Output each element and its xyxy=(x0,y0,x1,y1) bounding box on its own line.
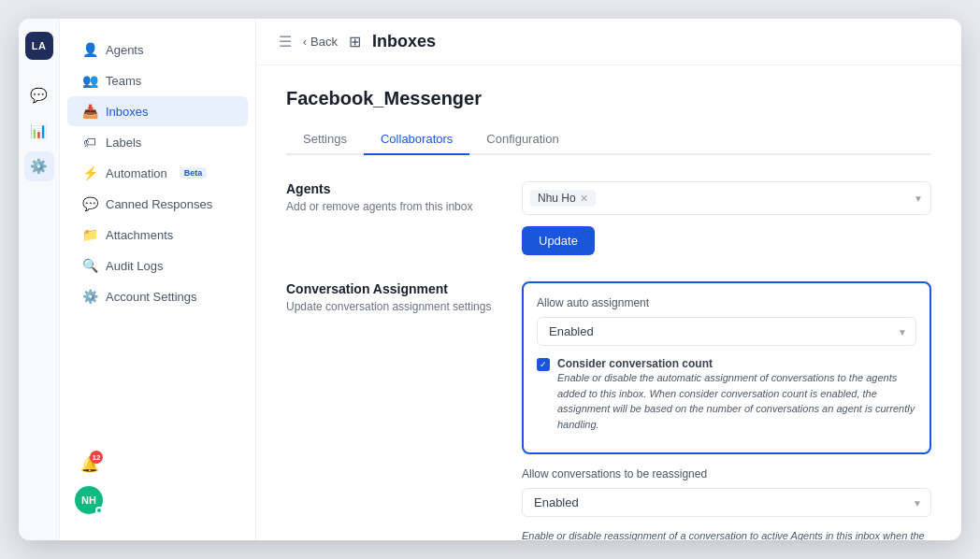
sidebar-item-attachments[interactable]: 📁 Attachments xyxy=(67,220,248,250)
avatar-initials: NH xyxy=(81,494,96,506)
agent-tag-name: Nhu Ho xyxy=(538,192,576,205)
sidebar-label-audit-logs: Audit Logs xyxy=(106,259,163,273)
beta-badge: Beta xyxy=(180,167,208,179)
notification-button[interactable]: 🔔 12 xyxy=(75,449,105,479)
tab-settings[interactable]: Settings xyxy=(286,124,364,155)
teams-icon: 👥 xyxy=(82,73,97,88)
sidebar-label-attachments: Attachments xyxy=(106,228,173,242)
agents-icon: 👤 xyxy=(82,42,97,57)
topbar-title: Inboxes xyxy=(372,32,436,51)
sidebar-label-automation: Automation xyxy=(106,166,167,180)
agent-search-input[interactable] xyxy=(601,192,908,206)
logo: LA xyxy=(25,32,53,60)
inboxes-icon: 📥 xyxy=(82,104,97,119)
reassign-value: Enabled xyxy=(534,495,579,509)
sidebar-item-inboxes[interactable]: 📥 Inboxes xyxy=(67,96,248,126)
sidebar-item-canned-responses[interactable]: 💬 Canned Responses xyxy=(67,189,248,219)
sidebar-label-canned-responses: Canned Responses xyxy=(106,197,212,211)
reassign-select[interactable]: Enabled xyxy=(522,488,931,517)
sidebar-label-inboxes: Inboxes xyxy=(106,105,149,119)
sidebar-label-teams: Teams xyxy=(106,74,141,88)
agent-tag-remove[interactable]: ✕ xyxy=(580,193,588,205)
auto-assignment-select[interactable]: Enabled xyxy=(537,317,916,346)
reassign-desc: Enable or disable reassignment of a conv… xyxy=(522,528,931,540)
tab-configuration[interactable]: Configuration xyxy=(469,124,575,155)
icon-bar-reports[interactable]: 📊 xyxy=(24,116,54,146)
conv-assignment-desc: Update conversation assignment settings xyxy=(286,300,492,313)
back-link[interactable]: ‹ Back xyxy=(303,35,338,49)
sidebar-item-automation[interactable]: ⚡ Automation Beta xyxy=(67,158,248,188)
agent-tag: Nhu Ho ✕ xyxy=(530,190,596,207)
account-settings-icon: ⚙️ xyxy=(82,289,97,304)
user-avatar-button[interactable]: NH xyxy=(75,486,103,514)
attachments-icon: 📁 xyxy=(82,227,97,242)
inbox-icon: ⊞ xyxy=(349,33,361,50)
icon-bar-settings[interactable]: ⚙️ xyxy=(24,151,54,181)
sidebar-label-agents: Agents xyxy=(106,43,143,57)
agent-dropdown-arrow[interactable]: ▼ xyxy=(914,194,923,204)
conv-assignment-title: Conversation Assignment xyxy=(286,281,492,296)
sidebar-item-teams[interactable]: 👥 Teams xyxy=(67,65,248,95)
menu-icon[interactable]: ☰ xyxy=(279,33,292,50)
sidebar-item-labels[interactable]: 🏷 Labels xyxy=(67,127,248,157)
auto-assignment-value: Enabled xyxy=(549,324,594,338)
agent-tag-input[interactable]: Nhu Ho ✕ ▼ xyxy=(522,181,931,215)
consider-count-desc: Enable or disable the automatic assignme… xyxy=(557,370,916,432)
reassign-label: Allow conversations to be reassigned xyxy=(522,467,931,480)
back-arrow-icon: ‹ xyxy=(303,36,307,49)
consider-count-label: Consider conversation count xyxy=(557,357,916,370)
sidebar-label-labels: Labels xyxy=(106,136,141,150)
sidebar-item-audit-logs[interactable]: 🔍 Audit Logs xyxy=(67,251,248,280)
consider-count-checkbox[interactable]: ✓ xyxy=(537,358,550,371)
agents-section-desc: Add or remove agents from this inbox xyxy=(286,200,492,213)
sidebar-item-account-settings[interactable]: ⚙️ Account Settings xyxy=(67,281,248,311)
canned-responses-icon: 💬 xyxy=(82,196,97,211)
tab-collaborators[interactable]: Collaborators xyxy=(364,124,469,155)
update-button[interactable]: Update xyxy=(522,226,595,255)
auto-assignment-label: Allow auto assignment xyxy=(537,296,916,309)
icon-bar-chat[interactable]: 💬 xyxy=(24,80,54,110)
back-label: Back xyxy=(310,35,338,49)
page-title: Facebook_Messenger xyxy=(286,88,931,109)
automation-icon: ⚡ xyxy=(82,165,97,180)
tabs: Settings Collaborators Configuration xyxy=(286,124,931,155)
notification-count: 12 xyxy=(90,451,103,464)
sidebar-item-agents[interactable]: 👤 Agents xyxy=(67,35,248,64)
sidebar-label-account-settings: Account Settings xyxy=(106,290,197,304)
online-indicator xyxy=(95,507,103,514)
audit-logs-icon: 🔍 xyxy=(82,258,97,273)
labels-icon: 🏷 xyxy=(82,135,97,150)
agents-section-title: Agents xyxy=(286,181,492,196)
